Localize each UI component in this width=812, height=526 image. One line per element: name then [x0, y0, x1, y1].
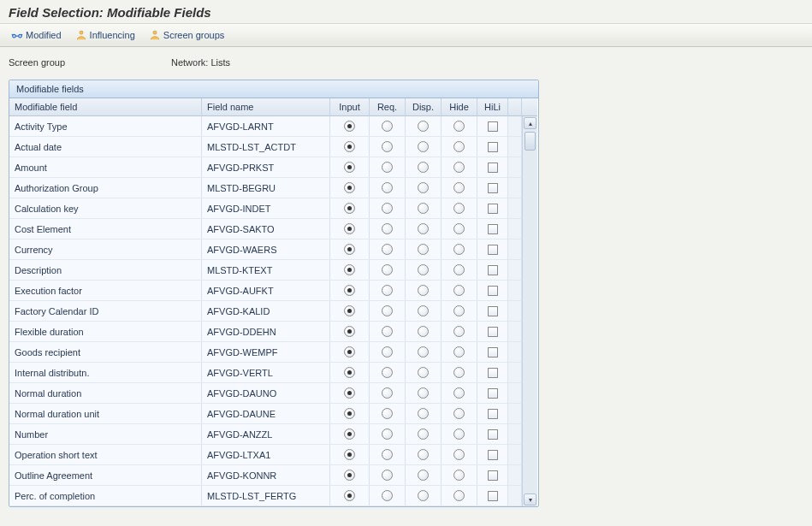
cell-field-name[interactable]: MLSTD-KTEXT [202, 260, 330, 281]
req-radio[interactable] [382, 367, 393, 378]
req-radio[interactable] [382, 387, 393, 399]
hide-radio[interactable] [453, 285, 465, 296]
hide-radio[interactable] [453, 428, 465, 440]
cell-field-name[interactable]: AFVGD-KONNR [202, 465, 330, 486]
req-radio[interactable] [382, 305, 393, 316]
cell-field-name[interactable]: AFVGD-ANZZL [202, 424, 330, 445]
cell-modifiable-field[interactable]: Cost Element [9, 219, 202, 239]
disp-radio[interactable] [418, 346, 429, 358]
cell-modifiable-field[interactable]: Factory Calendar ID [9, 301, 202, 322]
hide-radio[interactable] [453, 367, 465, 378]
hide-radio[interactable] [453, 449, 465, 460]
hili-checkbox[interactable] [488, 245, 498, 255]
hili-checkbox[interactable] [488, 450, 498, 460]
hili-checkbox[interactable] [488, 327, 498, 337]
req-radio[interactable] [382, 346, 393, 358]
cell-modifiable-field[interactable]: Authorization Group [9, 178, 202, 198]
input-radio[interactable] [344, 203, 355, 214]
input-radio[interactable] [344, 162, 355, 173]
cell-field-name[interactable]: AFVGD-LTXA1 [202, 445, 330, 465]
disp-radio[interactable] [418, 326, 429, 337]
hili-checkbox[interactable] [488, 429, 498, 440]
hide-radio[interactable] [453, 326, 465, 337]
req-radio[interactable] [382, 326, 393, 337]
hide-radio[interactable] [453, 470, 465, 481]
col-disp[interactable]: Disp. [406, 98, 442, 116]
scroll-up-button[interactable]: ▴ [524, 117, 536, 129]
input-radio[interactable] [344, 285, 355, 296]
input-radio[interactable] [344, 141, 355, 152]
req-radio[interactable] [382, 121, 393, 132]
req-radio[interactable] [382, 428, 393, 440]
disp-radio[interactable] [418, 162, 429, 173]
hili-checkbox[interactable] [488, 491, 498, 501]
hide-radio[interactable] [453, 305, 465, 316]
hide-radio[interactable] [453, 141, 465, 152]
cell-modifiable-field[interactable]: Calculation key [9, 198, 202, 219]
hide-radio[interactable] [453, 203, 465, 214]
scrollbar[interactable]: ▴ ▾ [522, 116, 537, 506]
cell-field-name[interactable]: AFVGD-WAERS [202, 239, 330, 260]
modified-button[interactable]: Modified [5, 27, 68, 44]
cell-field-name[interactable]: AFVGD-PRKST [202, 157, 330, 178]
cell-field-name[interactable]: AFVGD-AUFKT [202, 281, 330, 301]
cell-modifiable-field[interactable]: Operation short text [9, 445, 202, 465]
disp-radio[interactable] [418, 490, 429, 501]
disp-radio[interactable] [418, 121, 429, 132]
hili-checkbox[interactable] [488, 183, 498, 193]
hili-checkbox[interactable] [488, 121, 498, 132]
input-radio[interactable] [344, 121, 355, 132]
input-radio[interactable] [344, 326, 355, 337]
cell-modifiable-field[interactable]: Execution factor [9, 281, 202, 301]
input-radio[interactable] [344, 387, 355, 399]
hide-radio[interactable] [453, 408, 465, 419]
col-req[interactable]: Req. [370, 98, 406, 116]
input-radio[interactable] [344, 367, 355, 378]
cell-modifiable-field[interactable]: Perc. of completion [9, 486, 202, 506]
disp-radio[interactable] [418, 264, 429, 275]
req-radio[interactable] [382, 203, 393, 214]
hili-checkbox[interactable] [488, 347, 498, 358]
req-radio[interactable] [382, 470, 393, 481]
disp-radio[interactable] [418, 141, 429, 152]
cell-modifiable-field[interactable]: Currency [9, 239, 202, 260]
cell-modifiable-field[interactable]: Activity Type [9, 116, 202, 137]
hili-checkbox[interactable] [488, 204, 498, 214]
cell-modifiable-field[interactable]: Amount [9, 157, 202, 178]
hili-checkbox[interactable] [488, 163, 498, 173]
hide-radio[interactable] [453, 223, 465, 234]
col-modifiable-field[interactable]: Modifiable field [9, 98, 202, 116]
hili-checkbox[interactable] [488, 368, 498, 378]
input-radio[interactable] [344, 346, 355, 358]
disp-radio[interactable] [418, 428, 429, 440]
hili-checkbox[interactable] [488, 388, 498, 399]
cell-field-name[interactable]: AFVGD-WEMPF [202, 342, 330, 363]
hide-radio[interactable] [453, 162, 465, 173]
input-radio[interactable] [344, 182, 355, 193]
hide-radio[interactable] [453, 244, 465, 255]
cell-field-name[interactable]: AFVGD-INDET [202, 198, 330, 219]
influencing-button[interactable]: Influencing [69, 27, 141, 44]
req-radio[interactable] [382, 285, 393, 296]
cell-field-name[interactable]: AFVGD-LARNT [202, 116, 330, 137]
req-radio[interactable] [382, 264, 393, 275]
disp-radio[interactable] [418, 449, 429, 460]
input-radio[interactable] [344, 408, 355, 419]
disp-radio[interactable] [418, 387, 429, 399]
hili-checkbox[interactable] [488, 265, 498, 275]
scroll-thumb[interactable] [525, 132, 536, 151]
col-field-name[interactable]: Field name [202, 98, 330, 116]
cell-field-name[interactable]: AFVGD-DAUNE [202, 404, 330, 424]
hili-checkbox[interactable] [488, 224, 498, 234]
disp-radio[interactable] [418, 203, 429, 214]
input-radio[interactable] [344, 305, 355, 316]
cell-modifiable-field[interactable]: Internal distributn. [9, 363, 202, 383]
cell-field-name[interactable]: MLSTD-LST_FERTG [202, 486, 330, 506]
hili-checkbox[interactable] [488, 306, 498, 316]
hide-radio[interactable] [453, 346, 465, 358]
hili-checkbox[interactable] [488, 142, 498, 152]
disp-radio[interactable] [418, 408, 429, 419]
col-hide[interactable]: Hide [442, 98, 477, 116]
req-radio[interactable] [382, 162, 393, 173]
hide-radio[interactable] [453, 264, 465, 275]
